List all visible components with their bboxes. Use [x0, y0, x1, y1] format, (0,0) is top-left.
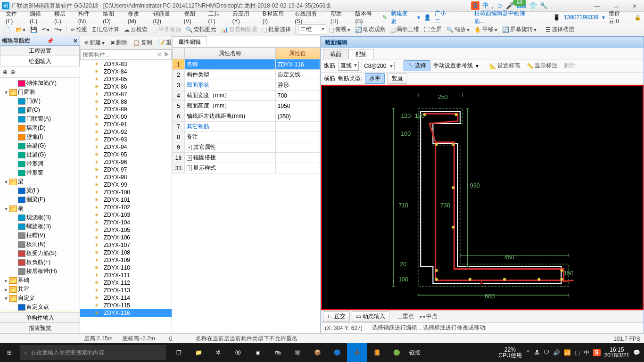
- undo-icon[interactable]: ↶▾: [40, 25, 51, 34]
- component-item[interactable]: ✴ZDYX-96: [80, 158, 172, 166]
- component-item[interactable]: ✴ZDYX-94: [80, 143, 172, 151]
- component-item[interactable]: ✴ZDYX-90: [80, 113, 172, 121]
- prop-tab[interactable]: 属性编辑: [172, 36, 207, 47]
- component-item[interactable]: ✴ZDYX-105: [80, 226, 172, 234]
- tree-node[interactable]: ▾📁板: [1, 204, 79, 213]
- component-item[interactable]: ✴ZDYX-92: [80, 128, 172, 136]
- batch-button[interactable]: ⬚ 批量选择: [260, 25, 293, 34]
- prop-row[interactable]: 6轴线距左边线距离(mm)(350): [173, 111, 320, 122]
- ime-bar[interactable]: S 中 , ☺ 🎤 ⌨ 👕 🔧: [471, 1, 548, 10]
- redo-icon[interactable]: ↷▾: [52, 25, 64, 34]
- component-item[interactable]: ✴ZDYX-89: [80, 106, 172, 113]
- tree-node[interactable]: 带形窗: [1, 168, 79, 177]
- ime-wrench-icon[interactable]: 🔧: [540, 2, 548, 9]
- prop-row[interactable]: 9+其它属性: [173, 142, 320, 153]
- nav-tab-settings[interactable]: 工程设置: [0, 46, 80, 56]
- tree-node[interactable]: 门(M): [1, 97, 79, 106]
- menu-rebar[interactable]: 钢筋量(Q): [150, 9, 181, 25]
- nav-tree[interactable]: 砌体加筋(Y)▾📁门窗洞门(M)窗(C)门联窗(A)墙洞(D)壁龛(I)连梁(G…: [0, 78, 80, 312]
- tree-node[interactable]: 螺旋板(B): [1, 222, 79, 231]
- select-button[interactable]: ↖ 选择: [404, 60, 430, 71]
- prop-row[interactable]: 3截面形状异形: [173, 80, 320, 90]
- component-item[interactable]: ✴ZDYX-91: [80, 121, 172, 128]
- local3d-button[interactable]: ◫局部三维: [388, 25, 421, 34]
- tree-node[interactable]: 自定义点: [1, 303, 79, 312]
- component-item[interactable]: ✴ZDYX-88: [80, 98, 172, 106]
- new-comp-button[interactable]: ✳新建▾: [82, 38, 107, 48]
- prop-row[interactable]: 18+锚固搭接: [173, 153, 320, 163]
- search-clear-icon[interactable]: ✕: [157, 51, 162, 58]
- show-dim-button[interactable]: 📏显示标注: [525, 61, 559, 71]
- new-file-icon[interactable]: 📄: [2, 25, 13, 34]
- nav-tab-draw[interactable]: 绘图输入: [0, 56, 80, 66]
- tray-date[interactable]: 2018/3/21: [604, 353, 629, 358]
- line-combo[interactable]: 直线: [338, 61, 359, 71]
- save-icon[interactable]: 💾: [28, 25, 39, 34]
- start-button[interactable]: ⊞: [0, 343, 19, 362]
- flat-button[interactable]: ⬚ 平齐板顶: [150, 25, 183, 34]
- badge-68[interactable]: 68: [513, 0, 526, 6]
- menu-view[interactable]: 视图(V): [181, 9, 206, 25]
- ime-smile-icon[interactable]: ☺: [496, 2, 503, 9]
- draw-button[interactable]: ✏绘图: [69, 25, 90, 34]
- tree-node[interactable]: 梁(L): [1, 186, 79, 195]
- tree-node[interactable]: 墙洞(D): [1, 123, 79, 132]
- ime-s-icon[interactable]: S: [471, 1, 479, 10]
- manual-ref-button[interactable]: 手动设置参考线: [433, 62, 473, 70]
- tray-app-icon[interactable]: ⬚: [575, 349, 580, 356]
- select-floor-button[interactable]: ☰选择楼层: [544, 25, 576, 34]
- search-input[interactable]: [83, 51, 157, 58]
- rotate-button[interactable]: 🔄屏幕旋转▾: [500, 25, 538, 34]
- nav-close-icon[interactable]: ✕: [73, 38, 78, 44]
- task-view-icon[interactable]: ❐: [169, 343, 189, 362]
- app4-icon[interactable]: 📦: [307, 343, 327, 362]
- spec-combo[interactable]: C8@200: [362, 62, 395, 70]
- component-item[interactable]: ✴ZDYX-84: [80, 68, 172, 75]
- midpoint-snap[interactable]: ⊷ 中点: [418, 312, 439, 321]
- tree-node[interactable]: ▾📁门窗洞: [1, 88, 79, 97]
- search-box[interactable]: ✕ ⮞: [80, 49, 172, 60]
- ortho-button[interactable]: ∟ 正交: [323, 311, 350, 322]
- tree-node[interactable]: ▾📁梁: [1, 177, 79, 186]
- component-item[interactable]: ✴ZDYX-83: [80, 60, 172, 68]
- del-comp-button[interactable]: ✖删除: [108, 38, 129, 48]
- component-item[interactable]: ✴ZDYX-109: [80, 256, 172, 264]
- tip-link[interactable]: 柱截面编辑器中画箍筋...: [474, 9, 535, 25]
- component-item[interactable]: ✴ZDYX-87: [80, 90, 172, 98]
- fullscreen-button[interactable]: ⛶全屏: [422, 25, 444, 34]
- pin-icon[interactable]: 📌: [47, 38, 54, 44]
- app3-icon[interactable]: 🛍: [268, 343, 288, 362]
- tree-node[interactable]: 柱帽(V): [1, 231, 79, 240]
- tree-node[interactable]: ▾📁自定义: [1, 294, 79, 303]
- component-item[interactable]: ✴ZDYX-101: [80, 196, 172, 204]
- menu-online[interactable]: 在线服务(S): [292, 9, 328, 25]
- menu-help[interactable]: 帮助(H): [328, 9, 353, 25]
- component-item[interactable]: ✴ZDYX-111: [80, 272, 172, 279]
- component-item[interactable]: ✴ZDYX-116: [80, 309, 172, 317]
- dyn-input-button[interactable]: ▭ 动态输入: [352, 311, 389, 322]
- set-elev-button[interactable]: 📐设置标高: [487, 61, 522, 71]
- tray-wifi-icon[interactable]: 📶: [564, 349, 571, 356]
- nav-tab-report[interactable]: 报表预览: [0, 323, 80, 333]
- app7-icon[interactable]: 📙: [367, 343, 387, 362]
- open-icon[interactable]: 📂▾: [14, 25, 27, 34]
- prop-row[interactable]: 7其它钢筋: [173, 122, 320, 132]
- component-item[interactable]: ✴ZDYX-99: [80, 181, 172, 189]
- tray-net-icon[interactable]: 🖧: [534, 349, 540, 356]
- component-list[interactable]: ✴ZDYX-83✴ZDYX-84✴ZDYX-85✴ZDYX-86✴ZDYX-87…: [80, 60, 172, 333]
- menu-floor[interactable]: 楼层(L): [51, 9, 75, 25]
- component-item[interactable]: ✴ZDYX-108: [80, 249, 172, 256]
- component-item[interactable]: ✴ZDYX-102: [80, 204, 172, 211]
- se-tab-section[interactable]: 截面: [323, 49, 348, 59]
- tree-node[interactable]: 板受力筋(S): [1, 249, 79, 258]
- tree-node[interactable]: 板负筋(F): [1, 258, 79, 267]
- expand-icon[interactable]: ⊕: [3, 69, 8, 75]
- component-item[interactable]: ✴ZDYX-100: [80, 189, 172, 196]
- component-item[interactable]: ✴ZDYX-104: [80, 219, 172, 226]
- tree-node[interactable]: 圈梁(E): [1, 195, 79, 204]
- overview-button[interactable]: ⬚俯视▾: [327, 25, 352, 34]
- tree-node[interactable]: 带形洞: [1, 159, 79, 168]
- phone-label[interactable]: 13907298339: [564, 14, 598, 21]
- explorer-icon[interactable]: 📁: [189, 343, 208, 362]
- se-tab-rebar[interactable]: 配筋: [348, 49, 374, 59]
